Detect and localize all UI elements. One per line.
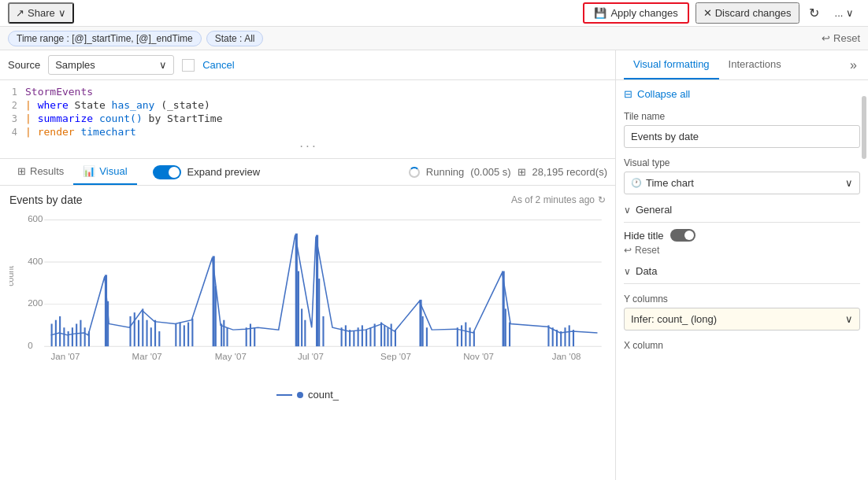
- svg-rect-37: [180, 323, 181, 347]
- clock-icon: 🕐: [631, 178, 642, 188]
- svg-rect-28: [129, 316, 131, 346]
- hide-title-row: Hide title: [624, 229, 860, 242]
- svg-rect-75: [465, 323, 466, 347]
- code-text-3[interactable]: | summarize count() by StartTime: [25, 113, 615, 124]
- svg-rect-47: [250, 323, 251, 346]
- general-section-header[interactable]: ∨ General: [624, 204, 860, 216]
- svg-rect-35: [158, 331, 160, 346]
- mini-thumb: [684, 231, 694, 240]
- apply-label: Apply changes: [610, 7, 677, 19]
- expand-panel-icon[interactable]: »: [847, 55, 860, 76]
- records-label: 28,195 record(s): [532, 166, 607, 178]
- apply-changes-button[interactable]: 💾 Apply changes: [583, 2, 688, 24]
- code-text-1[interactable]: StormEvents: [25, 86, 615, 98]
- timestamp-label: As of 2 minutes ago: [511, 194, 595, 205]
- svg-rect-44: [223, 320, 224, 346]
- refresh-chart-icon[interactable]: ↻: [598, 194, 606, 205]
- svg-rect-80: [509, 323, 510, 347]
- code-editor: 1 StormEvents 2 | where State has_any (_…: [0, 80, 615, 159]
- general-reset-button[interactable]: ↩ Reset: [624, 245, 860, 256]
- source-checkbox[interactable]: [182, 59, 195, 72]
- svg-rect-68: [391, 323, 392, 346]
- reset-label: Reset: [635, 245, 659, 256]
- svg-rect-48: [254, 327, 255, 346]
- more-label: ...: [835, 7, 844, 19]
- svg-text:count: count: [9, 266, 15, 286]
- visual-type-chevron-icon: ∨: [845, 177, 853, 189]
- legend-line: [276, 394, 292, 396]
- toolbar-left: ↗ Share ∨: [8, 2, 74, 24]
- svg-rect-32: [146, 320, 147, 346]
- legend-label: count_: [308, 389, 339, 401]
- source-value: Samples: [55, 59, 95, 71]
- scrollbar-track[interactable]: [862, 80, 866, 480]
- toggle-thumb: [169, 167, 180, 178]
- state-filter-tag[interactable]: State : All: [206, 31, 264, 46]
- refresh-button[interactable]: ↻: [806, 2, 822, 24]
- data-divider: [624, 283, 860, 284]
- svg-text:600: 600: [28, 215, 43, 223]
- discard-changes-button[interactable]: ✕ Discard changes: [696, 2, 799, 24]
- cancel-button[interactable]: Cancel: [202, 59, 234, 71]
- chart-legend: count_: [9, 389, 606, 401]
- svg-rect-74: [461, 325, 462, 346]
- chart-area: Events by date As of 2 minutes ago ↻ 600…: [0, 186, 615, 480]
- tab-visual[interactable]: 📊 Visual: [73, 159, 136, 185]
- source-dropdown[interactable]: Samples ∨: [48, 55, 174, 75]
- expand-preview-toggle: Expand preview: [153, 165, 261, 179]
- svg-rect-65: [380, 323, 382, 347]
- tab-interactions[interactable]: Interactions: [719, 50, 791, 79]
- svg-rect-62: [365, 330, 367, 346]
- visual-tab-label: Visual: [99, 165, 127, 177]
- filter-bar: Time range : [@]_startTime, [@]_endTime …: [0, 27, 868, 50]
- general-divider: [624, 222, 860, 223]
- svg-rect-83: [556, 330, 558, 346]
- code-text-4[interactable]: | render timechart: [25, 126, 615, 138]
- svg-rect-77: [473, 331, 475, 346]
- more-options-button[interactable]: ... ∨: [829, 4, 860, 22]
- code-line-1: 1 StormEvents: [0, 85, 615, 98]
- time-range-filter-tag[interactable]: Time range : [@]_startTime, [@]_endTime: [8, 31, 202, 46]
- code-text-2[interactable]: | where State has_any (_state): [25, 99, 615, 111]
- collapse-all-button[interactable]: ⊟ Collapse all: [624, 88, 860, 100]
- svg-rect-87: [573, 330, 574, 346]
- tab-visual-formatting[interactable]: Visual formatting: [624, 50, 719, 79]
- data-section-header[interactable]: ∨ Data: [624, 265, 860, 277]
- svg-rect-56: [341, 327, 343, 346]
- svg-rect-53: [316, 235, 318, 347]
- svg-rect-79: [505, 308, 506, 346]
- chart-icon: 📊: [83, 165, 95, 177]
- tile-name-label: Tile name: [624, 111, 860, 122]
- reset-icon: ↩: [624, 245, 632, 256]
- interactions-label: Interactions: [729, 58, 781, 70]
- share-button[interactable]: ↗ Share ∨: [8, 2, 74, 24]
- filter-reset-button[interactable]: ↩ Reset: [822, 32, 860, 44]
- svg-rect-82: [552, 327, 554, 346]
- svg-rect-63: [369, 327, 371, 346]
- running-spinner: [409, 167, 420, 178]
- svg-rect-66: [384, 325, 385, 346]
- visual-type-value: Time chart: [646, 177, 694, 189]
- svg-rect-45: [226, 327, 228, 346]
- tab-results[interactable]: ⊞ Results: [8, 159, 73, 185]
- y-columns-dropdown[interactable]: Infer: count_ (long) ∨: [624, 308, 860, 330]
- expand-toggle-switch[interactable]: [153, 165, 181, 179]
- y-columns-label: Y columns: [624, 294, 860, 305]
- svg-rect-58: [349, 330, 351, 346]
- records-icon: ⊞: [517, 166, 526, 178]
- svg-rect-54: [318, 279, 320, 346]
- svg-rect-29: [134, 312, 135, 346]
- svg-text:0: 0: [28, 342, 32, 350]
- tile-name-input[interactable]: [624, 125, 860, 148]
- running-time: (0.005 s): [470, 166, 510, 178]
- time-range-label: Time range : [@]_startTime, [@]_endTime: [17, 33, 193, 44]
- svg-rect-33: [150, 327, 152, 346]
- hide-title-toggle[interactable]: [670, 229, 696, 242]
- visual-type-dropdown[interactable]: 🕐 Time chart ∨: [624, 172, 860, 194]
- right-panel: Visual formatting Interactions » ⊟ Colla…: [616, 50, 868, 480]
- main-layout: Source Samples ∨ Cancel 1 StormEvents 2 …: [0, 50, 868, 480]
- reset-icon: ↩: [822, 32, 830, 44]
- x-column-label: X column: [624, 340, 860, 351]
- svg-text:Nov '07: Nov '07: [463, 353, 494, 361]
- collapse-icon: ⊟: [624, 88, 632, 100]
